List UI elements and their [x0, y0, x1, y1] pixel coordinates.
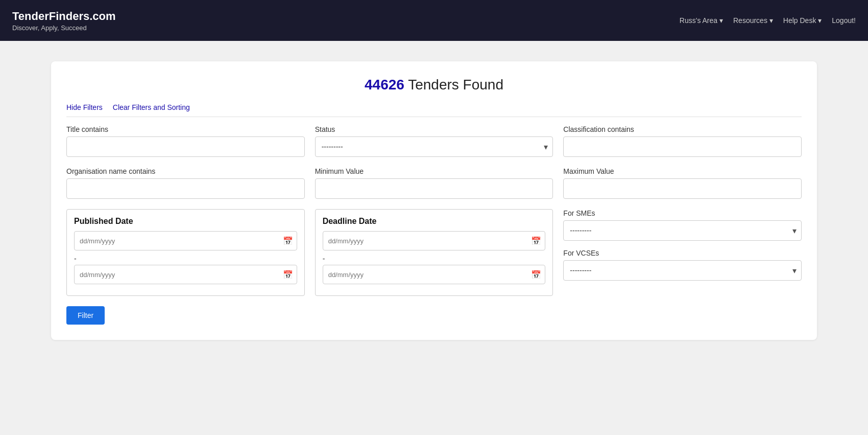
filter-actions: Hide Filters Clear Filters and Sorting	[66, 103, 802, 117]
nav-russ-area[interactable]: Russ's Area	[680, 16, 723, 25]
classification-field: Classification contains	[563, 125, 802, 157]
status-label: Status	[315, 125, 553, 133]
filter-button-row: Filter	[66, 306, 802, 325]
filter-button[interactable]: Filter	[66, 306, 105, 325]
clear-filters-link[interactable]: Clear Filters and Sorting	[113, 103, 190, 111]
nav-help-desk[interactable]: Help Desk	[783, 16, 822, 25]
nav-resources[interactable]: Resources	[733, 16, 773, 25]
deadline-date-to-icon[interactable]: 📅	[531, 270, 541, 280]
min-value-input[interactable]	[315, 178, 553, 199]
deadline-date-from-wrapper: 📅	[323, 231, 546, 250]
deadline-date-from-input[interactable]	[323, 231, 546, 250]
published-date-from-icon[interactable]: 📅	[283, 236, 293, 246]
published-date-from-wrapper: 📅	[74, 231, 297, 250]
for-vcses-select-wrapper: --------- Yes No	[563, 260, 802, 281]
brand-subtitle: Discover, Apply, Succeed	[12, 24, 116, 32]
deadline-date-to-input[interactable]	[323, 265, 546, 284]
filters-card: 44626 Tenders Found Hide Filters Clear F…	[51, 61, 817, 340]
published-date-from-input[interactable]	[74, 231, 297, 250]
results-count: 44626	[365, 77, 404, 93]
max-value-label: Maximum Value	[563, 167, 802, 175]
for-vcses-label: For VCSEs	[563, 249, 802, 257]
deadline-date-title: Deadline Date	[323, 217, 546, 226]
filter-row-1: Title contains Status --------- Open Clo…	[66, 125, 802, 157]
brand-title: TenderFinders.com	[12, 10, 116, 23]
published-date-title: Published Date	[74, 217, 297, 226]
for-smes-select-wrapper: --------- Yes No	[563, 220, 802, 241]
published-date-to-wrapper: 📅	[74, 265, 297, 284]
classification-label: Classification contains	[563, 125, 802, 133]
deadline-date-separator: -	[323, 255, 546, 263]
published-date-box: Published Date 📅 - 📅	[66, 209, 305, 296]
results-title: 44626 Tenders Found	[66, 77, 802, 93]
for-smes-label: For SMEs	[563, 209, 802, 217]
header: TenderFinders.com Discover, Apply, Succe…	[0, 0, 868, 41]
published-date-to-icon[interactable]: 📅	[283, 270, 293, 280]
title-contains-input[interactable]	[66, 136, 305, 157]
title-contains-field: Title contains	[66, 125, 305, 157]
published-date-to-input[interactable]	[74, 265, 297, 284]
main-content: 44626 Tenders Found Hide Filters Clear F…	[0, 41, 868, 360]
min-value-field: Minimum Value	[315, 167, 553, 199]
filter-row-3: Published Date 📅 - 📅 Deadline Date 📅	[66, 209, 802, 296]
org-name-field: Organisation name contains	[66, 167, 305, 199]
for-vcses-field: For VCSEs --------- Yes No	[563, 249, 802, 281]
max-value-field: Maximum Value	[563, 167, 802, 199]
results-label: Tenders Found	[408, 77, 503, 93]
status-select-wrapper: --------- Open Closed Cancelled	[315, 136, 553, 157]
deadline-date-to-wrapper: 📅	[323, 265, 546, 284]
for-smes-select[interactable]: --------- Yes No	[563, 220, 802, 241]
published-date-separator: -	[74, 255, 297, 263]
for-smes-field: For SMEs --------- Yes No	[563, 209, 802, 241]
deadline-date-from-icon[interactable]: 📅	[531, 236, 541, 246]
brand: TenderFinders.com Discover, Apply, Succe…	[12, 10, 116, 32]
main-nav: Russ's Area Resources Help Desk Logout!	[680, 16, 856, 25]
org-name-label: Organisation name contains	[66, 167, 305, 175]
max-value-input[interactable]	[563, 178, 802, 199]
deadline-date-box: Deadline Date 📅 - 📅	[315, 209, 553, 296]
filter-row-2: Organisation name contains Minimum Value…	[66, 167, 802, 199]
classification-input[interactable]	[563, 136, 802, 157]
title-contains-label: Title contains	[66, 125, 305, 133]
status-field: Status --------- Open Closed Cancelled	[315, 125, 553, 157]
status-select[interactable]: --------- Open Closed Cancelled	[315, 136, 553, 157]
hide-filters-link[interactable]: Hide Filters	[66, 103, 103, 111]
min-value-label: Minimum Value	[315, 167, 553, 175]
nav-logout[interactable]: Logout!	[832, 16, 856, 25]
org-name-input[interactable]	[66, 178, 305, 199]
for-vcses-select[interactable]: --------- Yes No	[563, 260, 802, 281]
sme-vcse-col: For SMEs --------- Yes No For VCSEs ----…	[563, 209, 802, 281]
